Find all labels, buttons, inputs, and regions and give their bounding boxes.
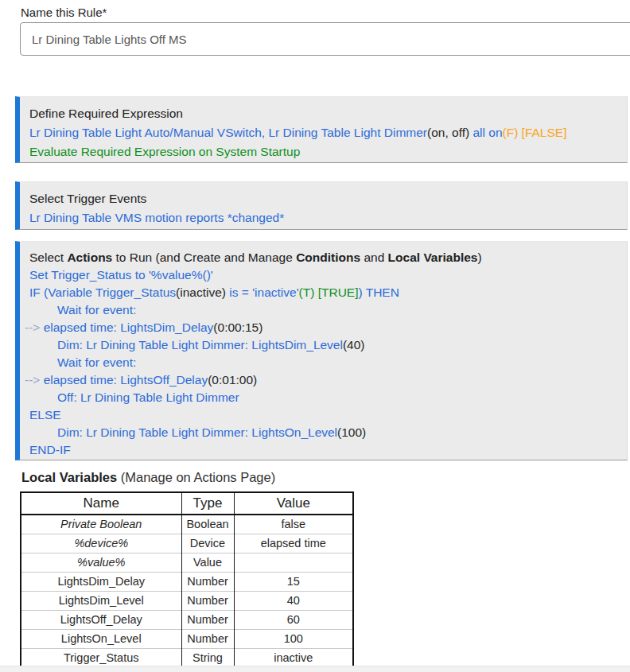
segment: Off: Lr Dining Table Light Dimmer: [57, 390, 239, 404]
segment: Wait for event:: [57, 303, 136, 317]
variable-name: LightsDim_Delay: [21, 572, 181, 591]
rule-name-label: Name this Rule*: [21, 6, 107, 19]
wait-arrow: -->: [25, 320, 44, 334]
segment: (40): [343, 338, 365, 352]
variable-value: 40: [234, 591, 353, 610]
title-segment: to Run (and Create and Manage: [112, 251, 296, 264]
variable-name: LightsOff_Delay: [21, 610, 181, 629]
variable-value: elapsed time: [234, 534, 353, 553]
title-segment: Local Variables: [388, 251, 478, 264]
variable-type: Number: [181, 610, 234, 629]
segment: elapsed time: LightsOff_Delay: [44, 373, 208, 386]
local-variables-title-rest: (Manage on Actions Page): [117, 470, 275, 484]
action-line-dim-on: Dim: Lr Dining Table Light Dimmer: Light…: [20, 424, 627, 441]
table-row: %value% Value: [21, 553, 353, 572]
section-required-expression[interactable]: Define Required Expression Lr Dining Tab…: [15, 96, 628, 163]
startup-evaluation-line: Evaluate Required Expression on System S…: [20, 142, 627, 161]
segment: Dim: Lr Dining Table Light Dimmer: Light…: [57, 338, 343, 352]
horizontal-scrollbar[interactable]: [0, 666, 630, 672]
variable-value: false: [234, 515, 353, 534]
segment: ELSE: [29, 408, 61, 421]
title-segment: and: [360, 251, 387, 264]
segment: ) THEN: [359, 286, 399, 299]
action-line-off: Off: Lr Dining Table Light Dimmer: [20, 389, 627, 406]
local-variables-table: Name Type Value Private Boolean Boolean …: [20, 491, 354, 668]
variable-value: 15: [234, 572, 353, 591]
segment: (0:01:00): [208, 373, 257, 386]
title-segment: Actions: [67, 251, 112, 264]
action-line-wait: Wait for event:: [20, 354, 627, 371]
table-row: LightsOff_Delay Number 60: [21, 610, 353, 629]
action-line-dim: Dim: Lr Dining Table Light Dimmer: Light…: [20, 336, 627, 354]
title-segment: ): [477, 251, 481, 264]
variable-name: %device%: [21, 534, 181, 553]
table-row: Private Boolean Boolean false: [21, 515, 353, 534]
local-variables-title-bold: Local Variables: [21, 470, 117, 484]
variable-type: Number: [181, 572, 234, 591]
segment: (inactive): [176, 286, 226, 299]
column-header-value: Value: [234, 492, 353, 515]
required-expression-title: Define Required Expression: [20, 104, 627, 123]
expression-devices: Lr Dining Table Light Auto/Manual VSwitc…: [29, 126, 427, 139]
action-line-if: IF (Variable Trigger_Status(inactive) is…: [20, 284, 627, 301]
variable-name: %value%: [21, 553, 181, 572]
column-header-type: Type: [181, 492, 234, 515]
variable-value: [234, 553, 353, 572]
variable-value: inactive: [234, 648, 353, 667]
table-row: %device% Device elapsed time: [21, 534, 353, 553]
action-line-wait: Wait for event:: [20, 301, 627, 319]
trigger-event-line: Lr Dining Table VMS motion reports *chan…: [20, 208, 627, 227]
variable-name: Trigger_Status: [21, 648, 181, 667]
expression-states: (on, off): [427, 126, 469, 139]
variable-type: Number: [181, 591, 234, 610]
variable-type: Value: [181, 553, 234, 572]
variable-name: LightsOn_Level: [21, 629, 181, 648]
segment: END-IF: [29, 443, 71, 456]
section-actions[interactable]: Select Actions to Run (and Create and Ma…: [15, 241, 628, 460]
wait-arrow: -->: [25, 373, 44, 386]
required-expression-line: Lr Dining Table Light Auto/Manual VSwitc…: [20, 123, 627, 142]
segment: IF (Variable Trigger_Status: [29, 286, 176, 299]
action-line-elapsed-off-delay: --> elapsed time: LightsOff_Delay(0:01:0…: [20, 371, 627, 389]
local-variables-title: Local Variables (Manage on Actions Page): [21, 470, 275, 485]
variable-type: Device: [181, 534, 234, 553]
column-header-name: Name: [21, 492, 181, 515]
title-segment: Select: [29, 251, 67, 264]
segment: elapsed time: LightsDim_Delay: [44, 320, 214, 334]
expression-operator: all on: [469, 126, 502, 139]
segment: is = 'inactive': [226, 286, 299, 299]
variable-type: String: [181, 648, 234, 667]
variable-name: LightsDim_Level: [21, 591, 181, 610]
segment: (T) [TRUE]: [299, 286, 359, 299]
action-line-else: ELSE: [20, 406, 627, 424]
table-header-row: Name Type Value: [21, 492, 353, 515]
variable-type: Boolean: [181, 515, 234, 534]
action-line-set-variable: Set Trigger_Status to '%value%()': [20, 266, 627, 284]
table-row: LightsDim_Delay Number 15: [21, 572, 353, 591]
action-line-elapsed-dim-delay: --> elapsed time: LightsDim_Delay(0:00:1…: [20, 319, 627, 336]
segment: (0:00:15): [213, 320, 262, 334]
variable-value: 60: [234, 610, 353, 629]
table-row: Trigger_Status String inactive: [21, 648, 353, 667]
segment: (100): [337, 425, 366, 439]
trigger-events-title: Select Trigger Events: [20, 189, 627, 208]
actions-title: Select Actions to Run (and Create and Ma…: [20, 249, 627, 266]
segment: Wait for event:: [57, 355, 136, 369]
segment: Set Trigger_Status to '%value%()': [29, 268, 213, 282]
table-row: LightsDim_Level Number 40: [21, 591, 353, 610]
expression-result: (F) [FALSE]: [503, 126, 567, 139]
variable-type: Number: [181, 629, 234, 648]
table-row: LightsOn_Level Number 100: [21, 629, 353, 648]
rule-name-input[interactable]: [20, 22, 630, 56]
action-line-end-if: END-IF: [20, 441, 627, 459]
variable-value: 100: [234, 629, 353, 648]
segment: Dim: Lr Dining Table Light Dimmer: Light…: [57, 425, 337, 439]
title-segment: Conditions: [296, 251, 360, 264]
variable-name: Private Boolean: [21, 515, 181, 534]
section-trigger-events[interactable]: Select Trigger Events Lr Dining Table VM…: [15, 181, 628, 230]
